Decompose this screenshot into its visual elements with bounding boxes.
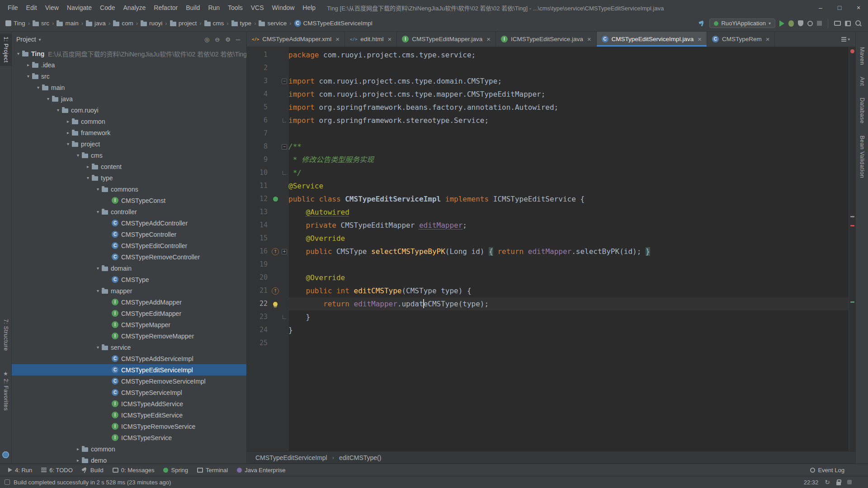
- fold-plus-icon[interactable]: +: [280, 245, 288, 258]
- breadcrumb-editcmstype[interactable]: editCMSType(): [338, 454, 382, 461]
- tab-cmstypeeditserviceimpl-java[interactable]: CCMSTypeEditServiceImpl.java×: [597, 32, 707, 47]
- breadcrumb-com[interactable]: com: [112, 19, 134, 27]
- tab-cmstyperem[interactable]: CCMSTypeRem×: [707, 32, 775, 47]
- menu-build[interactable]: Build: [182, 0, 204, 15]
- breadcrumb-cms[interactable]: cms: [203, 19, 225, 27]
- hide-panel-icon[interactable]: ─: [236, 36, 240, 43]
- toolwindow-button-project[interactable]: 1: Project: [0, 33, 11, 66]
- chevron-open-icon[interactable]: ▾: [44, 96, 52, 101]
- tree-item-src[interactable]: ▾src: [12, 70, 246, 82]
- menu-code[interactable]: Code: [96, 0, 119, 15]
- close-icon[interactable]: ×: [486, 35, 491, 43]
- menu-vcs[interactable]: VCS: [247, 0, 268, 15]
- chevron-closed-icon[interactable]: ▸: [64, 130, 72, 135]
- tree-item-cmstyperemovecontroller[interactable]: CCMSTypeRemoveController: [12, 251, 246, 263]
- toolwindow-button-0-messages[interactable]: 0: Messages: [108, 464, 159, 476]
- tree-item-idea[interactable]: ▸.idea: [12, 59, 246, 70]
- code-line-2[interactable]: 2: [247, 61, 849, 75]
- tree-item-icmstypeaddservice[interactable]: IICMSTypeAddService: [12, 398, 246, 409]
- tree-item-controller[interactable]: ▾controller: [12, 206, 246, 217]
- fold-minus-icon[interactable]: −: [280, 140, 288, 153]
- tree-item-domain[interactable]: ▾domain: [12, 263, 246, 274]
- run-config-select[interactable]: RuoYiApplication ▾: [709, 19, 775, 28]
- bean-icon[interactable]: [270, 192, 280, 206]
- tree-item-icmstypeservice[interactable]: IICMSTypeService: [12, 432, 246, 443]
- tree-item-common[interactable]: ▸common: [12, 116, 246, 127]
- tree-item-icmstypeeditservice[interactable]: IICMSTypeEditService: [12, 409, 246, 421]
- project-panel-title[interactable]: Project: [16, 36, 36, 43]
- tree-item-cmstypeeditserviceimpl[interactable]: CCMSTypeEditServiceImpl: [12, 364, 246, 375]
- tree-item-service[interactable]: ▾service: [12, 342, 246, 353]
- line-number[interactable]: 22: [247, 297, 270, 310]
- menu-view[interactable]: View: [41, 0, 63, 15]
- menu-window[interactable]: Window: [268, 0, 299, 15]
- toolwindow-button-database[interactable]: Database: [856, 98, 868, 124]
- tree-item-common[interactable]: ▸common: [12, 443, 246, 455]
- stop-button[interactable]: [817, 21, 822, 26]
- toolwindow-switcher-icon[interactable]: [5, 479, 10, 485]
- chevron-open-icon[interactable]: ▾: [94, 266, 102, 271]
- gear-icon[interactable]: ⚙: [225, 36, 231, 43]
- chevron-open-icon[interactable]: ▾: [54, 108, 62, 113]
- line-number[interactable]: 24: [247, 324, 270, 337]
- toolwindow-button-build[interactable]: Build: [77, 464, 108, 476]
- toolwindow-button-6-todo[interactable]: 6: TODO: [37, 464, 77, 476]
- code-line-14[interactable]: 14 private CMSTypeEditMapper editMapper;: [247, 219, 849, 232]
- menu-analyze[interactable]: Analyze: [119, 0, 150, 15]
- line-number[interactable]: 9: [247, 153, 270, 166]
- maximize-button[interactable]: □: [830, 0, 849, 15]
- chevron-open-icon[interactable]: ▾: [64, 141, 72, 146]
- tab-edit-html[interactable]: </>edit.html×: [345, 32, 397, 47]
- line-number[interactable]: 23: [247, 310, 270, 324]
- web-icon[interactable]: [2, 451, 9, 458]
- debug-button[interactable]: [788, 20, 794, 27]
- tree-item-main[interactable]: ▾main: [12, 82, 246, 93]
- code-line-10[interactable]: 10 */: [247, 166, 849, 179]
- minimize-button[interactable]: –: [811, 0, 830, 15]
- code-line-15[interactable]: 15 @Override: [247, 232, 849, 245]
- toolwindow-button-favorites[interactable]: ★ 2: Favorites: [0, 371, 11, 411]
- line-number[interactable]: 21: [247, 284, 270, 297]
- menu-navigate[interactable]: Navigate: [63, 0, 96, 15]
- override-icon[interactable]: [270, 284, 280, 297]
- breadcrumb-ruoyi[interactable]: ruoyi: [140, 19, 163, 27]
- tree-item-cmstyperemovemapper[interactable]: ICMSTypeRemoveMapper: [12, 330, 246, 342]
- stripe-mark-ok[interactable]: [850, 301, 854, 303]
- line-number[interactable]: 7: [247, 127, 270, 140]
- line-number[interactable]: 6: [247, 114, 270, 127]
- lock-icon[interactable]: [836, 482, 841, 485]
- line-number[interactable]: 25: [247, 337, 270, 350]
- code-line-13[interactable]: 13 @Autowired: [247, 206, 849, 219]
- code-line-7[interactable]: 7: [247, 127, 849, 140]
- code-line-9[interactable]: 9 * 修改公告类型服务实现: [247, 153, 849, 166]
- toolwindow-button-java-enterprise[interactable]: Java Enterprise: [232, 464, 290, 476]
- search-everywhere-icon[interactable]: [855, 20, 862, 27]
- chevron-closed-icon[interactable]: ▸: [74, 458, 82, 463]
- code-line-4[interactable]: 4import com.ruoyi.project.cms.type.mappe…: [247, 88, 849, 101]
- tree-item-cmstypeconst[interactable]: ICMSTypeConst: [12, 195, 246, 206]
- collapse-all-icon[interactable]: ⊖: [215, 36, 220, 43]
- menu-help[interactable]: Help: [298, 0, 320, 15]
- tree-item-content[interactable]: ▸content: [12, 161, 246, 172]
- bulb-icon[interactable]: [270, 297, 280, 310]
- code-line-22[interactable]: 22 return editMapper.updateCMSType(type)…: [247, 297, 849, 310]
- tree-item-framework[interactable]: ▸framework: [12, 127, 246, 138]
- code-line-1[interactable]: 1package com.ruoyi.project.cms.type.serv…: [247, 48, 849, 61]
- breadcrumb-main[interactable]: main: [56, 19, 79, 27]
- line-number[interactable]: 5: [247, 101, 270, 114]
- fold-end-icon[interactable]: [280, 166, 288, 179]
- chevron-open-icon[interactable]: ▾: [94, 187, 102, 192]
- editor[interactable]: 1package com.ruoyi.project.cms.type.serv…: [247, 47, 855, 451]
- chevron-closed-icon[interactable]: ▸: [64, 119, 72, 124]
- restore-layout-icon[interactable]: [845, 21, 851, 26]
- code-line-16[interactable]: 16+ public CMSType selectCMSTypeByPK(Lon…: [247, 245, 849, 258]
- inspection-status-icon[interactable]: [850, 49, 854, 53]
- tree-item-ting[interactable]: ▾TingE:\从百度网盘下载的资料\ZhiNengJiaJu软件\软件\02 …: [12, 48, 246, 59]
- breadcrumb-cmstypeeditserviceimpl[interactable]: CCMSTypeEditServiceImpl: [293, 19, 373, 27]
- toolwindow-button-structure[interactable]: 7: Structure: [0, 319, 11, 351]
- tree-item-type[interactable]: ▾type: [12, 172, 246, 183]
- event-log-button[interactable]: Event Log: [810, 467, 864, 474]
- breadcrumb-service[interactable]: service: [258, 19, 288, 27]
- close-icon[interactable]: ×: [335, 35, 340, 43]
- tree-item-demo[interactable]: ▸demo: [12, 455, 246, 464]
